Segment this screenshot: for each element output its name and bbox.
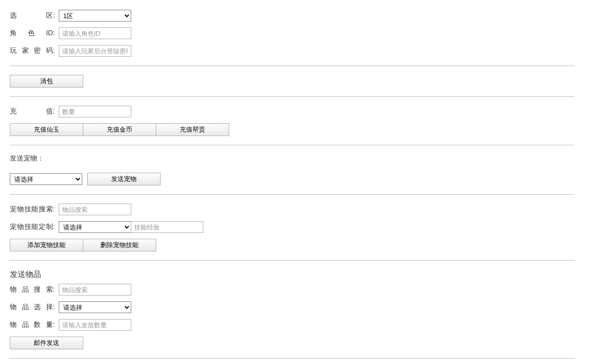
divider <box>10 358 574 359</box>
item-search-input[interactable] <box>59 284 131 296</box>
role-id-label: 角色ID: <box>10 29 59 38</box>
divider <box>10 145 574 145</box>
recharge-banggong-button[interactable]: 充值帮贡 <box>156 123 229 136</box>
remove-pet-skill-button[interactable]: 删除宠物技能 <box>83 239 156 251</box>
item-select[interactable]: 请选择 <box>59 301 131 313</box>
recharge-label: 充值: <box>10 107 59 116</box>
pet-skill-exp-input[interactable] <box>131 221 203 233</box>
send-pet-button[interactable]: 发送宠物 <box>87 173 161 185</box>
item-qty-input[interactable] <box>59 319 131 331</box>
send-pet-label: 发送宠物： <box>10 154 574 163</box>
item-select-label: 物品选择: <box>10 303 59 312</box>
password-input[interactable] <box>59 45 131 57</box>
recharge-xianyu-button[interactable]: 充值仙玉 <box>10 123 83 136</box>
mail-send-button[interactable]: 邮件发送 <box>10 337 83 349</box>
pet-skill-search-label: 宠物技能搜索: <box>10 205 59 214</box>
zone-select[interactable]: 1区 <box>59 10 131 22</box>
divider <box>10 66 574 66</box>
clear-bag-button[interactable]: 清包 <box>10 75 83 88</box>
item-search-label: 物品搜索: <box>10 285 59 294</box>
item-qty-label: 物品数量: <box>10 320 59 329</box>
recharge-amount-input[interactable] <box>59 106 131 117</box>
pet-skill-search-input[interactable] <box>59 204 131 215</box>
zone-label: 选区: <box>10 11 59 20</box>
divider <box>10 260 574 261</box>
recharge-gold-button[interactable]: 充值金币 <box>83 123 156 136</box>
pet-skill-custom-label: 宠物技能定制: <box>10 223 59 231</box>
divider <box>10 96 574 97</box>
divider <box>10 194 574 195</box>
pet-select[interactable]: 请选择 <box>10 173 82 185</box>
role-id-input[interactable] <box>59 27 131 39</box>
pet-skill-custom-select[interactable]: 请选择 <box>59 221 131 233</box>
send-item-title: 发送物品 <box>10 270 574 280</box>
add-pet-skill-button[interactable]: 添加宠物技能 <box>10 239 83 251</box>
password-label: 玩家密码: <box>10 46 59 55</box>
